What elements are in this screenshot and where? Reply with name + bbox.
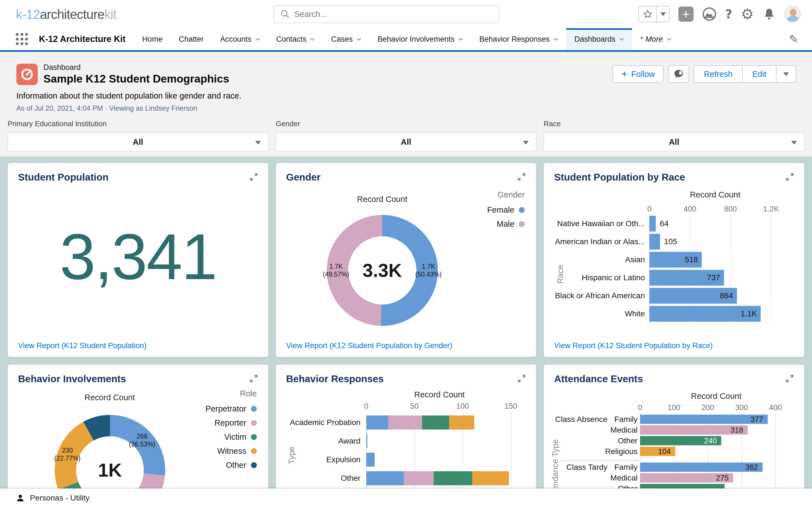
view-report-link[interactable]: View Report (K12 Student Population by G…: [286, 341, 452, 350]
dashboard-canvas: Student PopulationView Report (K12 Stude…: [0, 157, 812, 507]
legend-item-perpetrator[interactable]: Perpetrator: [206, 404, 257, 413]
tab-dashboards[interactable]: Dashboards: [566, 28, 632, 50]
user-avatar[interactable]: [784, 6, 801, 22]
legend-item-victim[interactable]: Victim: [224, 432, 257, 442]
global-search[interactable]: [273, 5, 499, 23]
bar-segment[interactable]: [366, 434, 367, 448]
favorites-star-icon[interactable]: [639, 6, 657, 22]
legend-dot: [251, 434, 257, 440]
expand-icon[interactable]: [785, 374, 795, 385]
bar[interactable]: [649, 216, 656, 231]
expand-icon[interactable]: [517, 172, 526, 183]
card-title: Attendance Events: [554, 373, 643, 385]
help-icon[interactable]: ?: [725, 7, 732, 21]
tab-accounts[interactable]: Accounts: [212, 28, 268, 50]
bar[interactable]: [649, 234, 660, 249]
follow-button[interactable]: +Follow: [612, 65, 664, 83]
filter-dropdown[interactable]: All: [544, 133, 804, 151]
x-axis-tick: 400: [683, 205, 696, 214]
global-header: k-12architecturekit + ? ⚙: [0, 0, 812, 28]
filter-dropdown[interactable]: All: [8, 133, 268, 151]
bar-value-label: 105: [664, 237, 677, 246]
more-actions-dropdown[interactable]: [776, 66, 796, 82]
expand-icon[interactable]: [249, 374, 259, 385]
tab-chatter[interactable]: Chatter: [170, 28, 212, 50]
filter-label: Gender: [276, 119, 537, 128]
bar-segment[interactable]: [404, 471, 434, 485]
favorites-dropdown-icon[interactable]: [657, 6, 669, 22]
edit-button[interactable]: Edit: [742, 66, 776, 82]
tab-home[interactable]: Home: [134, 28, 170, 50]
legend-item-female[interactable]: Female: [487, 205, 525, 215]
category-label: Expulsion: [276, 455, 361, 464]
logo-part-2: architecture: [40, 7, 104, 22]
legend-item-reporter[interactable]: Reporter: [214, 418, 257, 428]
search-input[interactable]: [294, 10, 486, 19]
filter-dropdown[interactable]: All: [276, 133, 537, 151]
tab-behavior-responses[interactable]: Behavior Responses: [471, 28, 566, 50]
legend-dot: [251, 448, 257, 454]
bar-segment[interactable]: [449, 415, 474, 430]
bar-segment[interactable]: [366, 453, 375, 467]
collaborate-chat-button[interactable]: [668, 65, 689, 83]
chart-axis-title: Record Count: [690, 190, 741, 200]
filters-row: Primary Educational InstitutionAllGender…: [0, 119, 812, 151]
logo-part-1: k-12: [16, 7, 40, 22]
view-report-link[interactable]: View Report (K12 Student Population): [18, 341, 147, 350]
setup-gear-icon[interactable]: ⚙: [741, 6, 754, 22]
legend-item-witness[interactable]: Witness: [217, 446, 257, 456]
bar-segment[interactable]: [366, 415, 389, 430]
global-add-icon[interactable]: +: [678, 6, 694, 22]
x-axis-tick: 100: [668, 403, 680, 412]
chart-axis-title: Record Count: [85, 393, 135, 402]
tab-more[interactable]: *More: [632, 28, 679, 50]
asterisk-icon: *: [640, 35, 644, 44]
x-axis-tick: 50: [410, 402, 419, 411]
x-axis-tick: 0: [638, 403, 642, 412]
tab-label: Behavior Involvements: [377, 35, 455, 44]
metric-value: 3,341: [8, 219, 268, 294]
category-label: Black or African American: [544, 291, 645, 300]
filter-value: All: [544, 137, 804, 147]
bar-value-label: 864: [712, 291, 733, 300]
tab-cases[interactable]: Cases: [323, 28, 369, 50]
edit-nav-pencil-icon[interactable]: ✎: [789, 33, 799, 46]
notifications-bell-icon[interactable]: [762, 7, 776, 21]
chat-bubble-icon: [673, 68, 684, 80]
legend-item-other[interactable]: Other: [226, 460, 257, 470]
x-axis-tick: 400: [769, 403, 782, 412]
legend-label: Witness: [217, 446, 246, 456]
filter-label: Race: [544, 119, 804, 128]
app-launcher-waffle-icon[interactable]: [16, 33, 28, 45]
favorites-control[interactable]: [638, 6, 670, 22]
tab-contacts[interactable]: Contacts: [268, 28, 323, 50]
bar-segment[interactable]: [434, 471, 472, 485]
legend-title: Gender: [498, 190, 525, 200]
category-label: Family: [544, 463, 638, 472]
personas-utility-item[interactable]: Personas - Utility: [11, 489, 95, 507]
category-label: Other: [276, 474, 361, 483]
chevron-down-icon: [553, 38, 558, 41]
view-report-link[interactable]: View Report (K12 Student Population by R…: [554, 341, 712, 350]
legend-label: Other: [226, 460, 246, 470]
legend-label: Victim: [224, 432, 246, 442]
expand-icon[interactable]: [249, 172, 259, 183]
chevron-down-icon: [357, 38, 361, 41]
bar-segment[interactable]: [388, 415, 422, 430]
refresh-button[interactable]: Refresh: [694, 66, 742, 82]
bar-value-label: 240: [693, 436, 717, 445]
chart-legend: GenderFemaleMale: [487, 190, 525, 229]
bar-segment[interactable]: [366, 471, 404, 485]
tab-behavior-involvements[interactable]: Behavior Involvements: [369, 28, 471, 50]
bar-segment[interactable]: [422, 415, 449, 430]
dashboard-header-panel: Dashboard Sample K12 Student Demographic…: [0, 52, 812, 157]
legend-item-male[interactable]: Male: [497, 219, 525, 229]
slice-label-witness: 230(22.77%): [54, 446, 80, 462]
expand-icon[interactable]: [785, 172, 795, 183]
bar-segment[interactable]: [472, 471, 509, 485]
expand-icon[interactable]: [517, 374, 526, 385]
legend-dot: [251, 462, 257, 468]
chevron-down-icon: [667, 38, 671, 41]
guidance-center-icon[interactable]: [702, 7, 717, 21]
category-label: Asian: [544, 255, 645, 264]
